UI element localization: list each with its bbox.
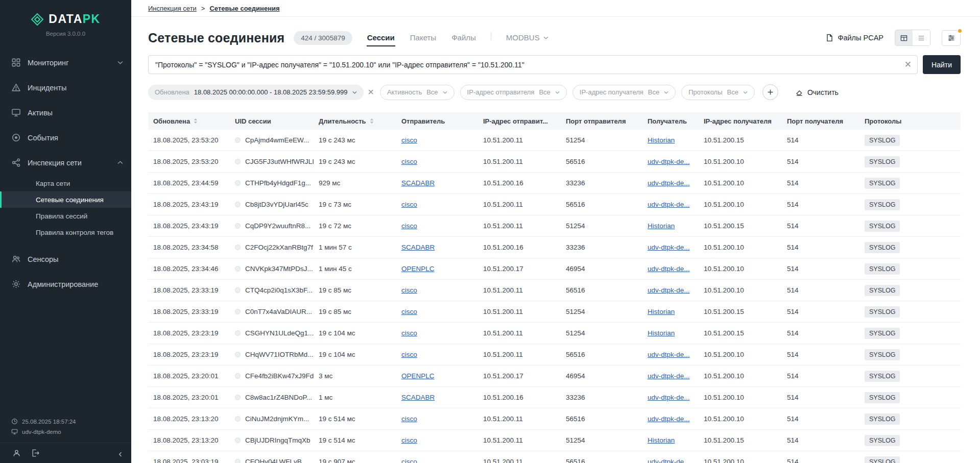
page-title: Сетевые соединения [148,31,284,45]
breadcrumb-current-link[interactable]: Сетевые соединения [209,5,279,12]
clear-filters-button[interactable]: Очистить [795,88,839,96]
cell-receiver-port: 514 [782,365,859,387]
table-row[interactable]: 18.08.2025, 23:43:19 CqDP9Y2wuuftnR8... … [148,215,961,237]
sender-link[interactable]: cisco [401,201,417,208]
sidebar-item-network-map[interactable]: Карта сети [0,175,131,191]
receiver-link[interactable]: Historian [648,308,675,315]
filter-chip-sender-ip[interactable]: IP-адрес отправителя Все [460,85,567,100]
sender-link[interactable]: OPENPLC [401,265,435,273]
search-query-input[interactable] [148,55,918,74]
table-row[interactable]: 18.08.2025, 23:33:19 C0nT7x4aVaDIAUR... … [148,301,961,323]
receiver-link[interactable]: udv-dtpk-de... [648,458,690,463]
sender-link[interactable]: cisco [401,329,417,337]
col-sender-port: Порт отправителя [561,112,642,130]
cell-duration: 1 мин 57 с [314,237,396,258]
search-submit-button[interactable]: Найти [923,55,961,74]
add-filter-button[interactable] [762,84,778,100]
filter-chip-updated[interactable]: Обновлена 18.08.2025 00:00:00.000 - 18.0… [148,85,364,100]
table-row[interactable]: 18.08.2025, 23:13:20 CBjUJDRIngqTmqXb 19… [148,430,961,451]
col-duration[interactable]: Длительность [314,112,396,130]
sort-icon[interactable] [370,118,374,124]
column-settings-button[interactable] [942,30,961,46]
sidebar-item-session-rules[interactable]: Правила сессий [0,208,131,224]
receiver-link[interactable]: udv-dtpk-de... [648,351,690,358]
table-row[interactable]: 18.08.2025, 23:53:20 CJG5FJ3utWHfWRJLIi … [148,151,961,173]
sender-link[interactable]: cisco [401,351,417,358]
table-row[interactable]: 18.08.2025, 23:34:58 C2FOcj22kXanRBtg7f … [148,237,961,258]
table-row[interactable]: 18.08.2025, 23:23:19 CHqWV71IOTRbMd... 1… [148,344,961,365]
cell-duration: 19 с 907 мс [314,451,396,463]
sender-link[interactable]: SCADABR [401,243,435,251]
logout-icon[interactable] [31,449,40,457]
sender-link[interactable]: cisco [401,222,417,230]
table-row[interactable]: 18.08.2025, 23:44:59 CTHPfb4yHdgdF1g... … [148,173,961,194]
receiver-link[interactable]: udv-dtpk-de... [648,372,690,380]
cell-updated: 18.08.2025, 23:13:20 [148,430,230,451]
receiver-link[interactable]: udv-dtpk-de... [648,286,690,294]
tab-modbus[interactable]: MODBUS [506,29,549,46]
breadcrumb-parent-link[interactable]: Инспекция сети [148,5,197,12]
receiver-link[interactable]: Historian [648,136,675,144]
receiver-link[interactable]: udv-dtpk-de... [648,158,690,165]
sidebar-item-network-inspection[interactable]: Инспекция сети [0,150,131,175]
remove-updated-filter-icon[interactable]: ✕ [368,87,374,97]
table-row[interactable]: 18.08.2025, 23:53:20 CpAjmd4wmEeEW... 19… [148,130,961,151]
cell-receiver: Historian [642,215,699,237]
tab-packets[interactable]: Пакеты [410,29,437,46]
receiver-link[interactable]: Historian [648,222,675,230]
sidebar-item-sensors[interactable]: Сенсоры [0,247,131,272]
sender-link[interactable]: OPENPLC [401,372,435,380]
sort-icon[interactable] [194,118,198,124]
sender-link[interactable]: cisco [401,286,417,294]
table-row[interactable]: 18.08.2025, 23:43:19 Cb8jtD3vYDjUarl45c … [148,194,961,215]
receiver-link[interactable]: udv-dtpk-de... [648,243,690,251]
search-clear-icon[interactable]: ✕ [904,59,912,70]
sender-link[interactable]: cisco [401,458,417,463]
tab-files[interactable]: Файлы [451,29,476,46]
sender-link[interactable]: cisco [401,436,417,444]
sender-link[interactable]: cisco [401,136,417,144]
table-row[interactable]: 18.08.2025, 23:33:19 CTQ4cp2i0q1sX3bF...… [148,280,961,301]
receiver-link[interactable]: udv-dtpk-de... [648,415,690,423]
sender-link[interactable]: cisco [401,308,417,315]
sidebar-item-tag-control-rules[interactable]: Правила контроля тегов [0,224,131,240]
sidebar-item-administration[interactable]: Администрирование [0,272,131,297]
table-view-button[interactable] [895,30,913,45]
sidebar-item-incidents[interactable]: Инциденты [0,75,131,100]
sender-link[interactable]: SCADABR [401,394,435,401]
pcap-files-button[interactable]: Файлы PCAP [825,33,883,42]
cell-duration: 19 с 243 мс [314,130,396,151]
sidebar-item-monitoring[interactable]: Мониторинг [0,50,131,75]
receiver-link[interactable]: udv-dtpk-de... [648,179,690,187]
sidebar-item-assets[interactable]: Активы [0,100,131,125]
user-account-icon[interactable] [12,449,21,457]
sidebar-item-network-connections[interactable]: Сетевые соединения [0,191,131,208]
table-row[interactable]: 18.08.2025, 23:13:20 CiNuJM2dnjmKYm... 1… [148,408,961,430]
table-row[interactable]: 18.08.2025, 23:20:01 CFe4fb2iBKw47xJ9Fd … [148,365,961,387]
table-row[interactable]: 18.08.2025, 23:23:19 CSGHYN1ULdeQg1... 1… [148,323,961,344]
filter-chip-receiver-ip[interactable]: IP-адрес получателя Все [572,85,676,100]
tab-sessions[interactable]: Сессии [367,29,395,46]
filter-chip-protocols[interactable]: Протоколы Все [681,85,755,100]
receiver-link[interactable]: udv-dtpk-de... [648,265,690,273]
receiver-link[interactable]: udv-dtpk-de... [648,394,690,401]
receiver-link[interactable]: Historian [648,436,675,444]
table-row[interactable]: 18.08.2025, 23:34:46 CNVKpk347MtPDsJ... … [148,258,961,280]
sender-link[interactable]: cisco [401,158,417,165]
table-row[interactable]: 18.08.2025, 23:03:19 CFOHv04LWFLvB... 19… [148,451,961,463]
sidebar-collapse-icon[interactable]: ‹ [118,448,122,458]
receiver-link[interactable]: udv-dtpk-de... [648,201,690,208]
sender-link[interactable]: cisco [401,415,417,423]
list-view-button[interactable] [913,30,930,45]
table-row[interactable]: 18.08.2025, 23:20:01 C8w8ac1rZ4BNDoP... … [148,387,961,408]
filter-chip-activity[interactable]: Активность Все [380,85,455,100]
sender-link[interactable]: SCADABR [401,179,435,187]
cell-receiver-port: 514 [782,173,859,194]
cell-sender: cisco [396,430,478,451]
sidebar-item-events[interactable]: События [0,125,131,150]
col-updated[interactable]: Обновлена [148,112,230,130]
protocol-badge: SYSLOG [865,263,900,275]
cell-sender: OPENPLC [396,258,478,280]
cell-receiver-port: 514 [782,408,859,430]
receiver-link[interactable]: Historian [648,329,675,337]
